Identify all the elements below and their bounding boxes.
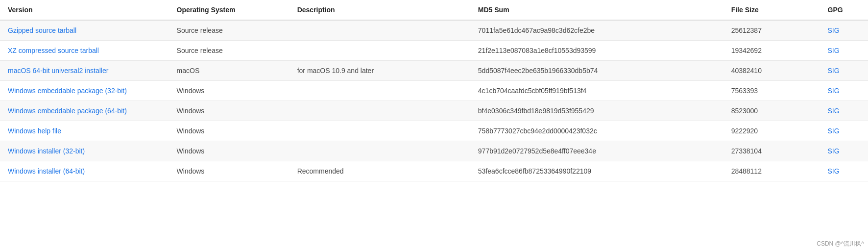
header-filesize: File Size [723,0,820,20]
version-cell: Windows installer (32-bit) [0,141,169,161]
download-table-container: Version Operating System Description MD5… [0,0,868,252]
os-cell: Windows [169,141,289,161]
description-cell [289,41,470,61]
header-description: Description [289,0,470,20]
table-row: Gzipped source tarballSource release7011… [0,20,868,41]
version-link[interactable]: XZ compressed source tarball [8,47,99,54]
table-row: Windows installer (64-bit)WindowsRecomme… [0,161,868,181]
md5-cell: 7011fa5e61dc467ac9a98c3d62cfe2be [470,20,723,41]
description-cell [289,81,470,101]
filesize-cell: 25612387 [723,20,820,41]
sig-link[interactable]: SIG [828,26,840,34]
md5-cell: 21f2e113e087083a1e8cf10553d93599 [470,41,723,61]
md5-cell: 5dd5087f4eec2be635b1966330db5b74 [470,61,723,81]
os-cell: Source release [169,20,289,41]
header-version: Version [0,0,169,20]
gpg-cell: SIG [820,81,868,101]
sig-link[interactable]: SIG [828,47,840,54]
version-cell: Windows help file [0,121,169,141]
filesize-cell: 9222920 [723,121,820,141]
header-gpg: GPG [820,0,868,20]
md5-cell: 53fea6cfcce86fb87253364990f22109 [470,161,723,181]
description-cell [289,121,470,141]
md5-cell: 977b91d2e0727952d5e8e4ff07eee34e [470,141,723,161]
md5-cell: 4c1cb704caafdc5cbf05ff919bf513f4 [470,81,723,101]
os-cell: Windows [169,81,289,101]
version-cell: Windows installer (64-bit) [0,161,169,181]
gpg-cell: SIG [820,141,868,161]
filesize-cell: 28488112 [723,161,820,181]
filesize-cell: 8523000 [723,101,820,121]
description-cell [289,141,470,161]
table-row: Windows installer (32-bit)Windows977b91d… [0,141,868,161]
version-link[interactable]: Windows installer (32-bit) [8,147,85,155]
gpg-cell: SIG [820,41,868,61]
downloads-table: Version Operating System Description MD5… [0,0,868,181]
version-link[interactable]: macOS 64-bit universal2 installer [8,67,108,75]
version-cell: Gzipped source tarball [0,20,169,41]
description-cell: for macOS 10.9 and later [289,61,470,81]
version-cell: Windows embeddable package (64-bit) [0,101,169,121]
description-cell: Recommended [289,161,470,181]
os-cell: Source release [169,41,289,61]
sig-link[interactable]: SIG [828,167,840,175]
filesize-cell: 27338104 [723,141,820,161]
gpg-cell: SIG [820,121,868,141]
sig-link[interactable]: SIG [828,147,840,155]
version-link[interactable]: Windows help file [8,127,61,135]
version-cell: macOS 64-bit universal2 installer [0,61,169,81]
sig-link[interactable]: SIG [828,107,840,115]
table-row: XZ compressed source tarballSource relea… [0,41,868,61]
os-cell: Windows [169,101,289,121]
header-os: Operating System [169,0,289,20]
version-cell: XZ compressed source tarball [0,41,169,61]
watermark: CSDN @^流川枫^ [817,240,864,248]
table-row: Windows embeddable package (64-bit)Windo… [0,101,868,121]
gpg-cell: SIG [820,20,868,41]
header-md5: MD5 Sum [470,0,723,20]
gpg-cell: SIG [820,161,868,181]
os-cell: macOS [169,61,289,81]
description-cell [289,101,470,121]
md5-cell: bf4e0306c349fbd18e9819d53f955429 [470,101,723,121]
md5-cell: 758b7773027cbc94e2dd0000423f032c [470,121,723,141]
version-link[interactable]: Windows embeddable package (64-bit) [8,107,127,115]
table-row: macOS 64-bit universal2 installermacOSfo… [0,61,868,81]
table-row: Windows embeddable package (32-bit)Windo… [0,81,868,101]
gpg-cell: SIG [820,61,868,81]
sig-link[interactable]: SIG [828,127,840,135]
filesize-cell: 19342692 [723,41,820,61]
table-header-row: Version Operating System Description MD5… [0,0,868,20]
os-cell: Windows [169,161,289,181]
filesize-cell: 40382410 [723,61,820,81]
os-cell: Windows [169,121,289,141]
version-link[interactable]: Windows embeddable package (32-bit) [8,87,127,95]
description-cell [289,20,470,41]
sig-link[interactable]: SIG [828,87,840,95]
version-link[interactable]: Gzipped source tarball [8,26,76,34]
table-row: Windows help fileWindows758b7773027cbc94… [0,121,868,141]
filesize-cell: 7563393 [723,81,820,101]
version-cell: Windows embeddable package (32-bit) [0,81,169,101]
version-link[interactable]: Windows installer (64-bit) [8,167,85,175]
gpg-cell: SIG [820,101,868,121]
sig-link[interactable]: SIG [828,67,840,75]
